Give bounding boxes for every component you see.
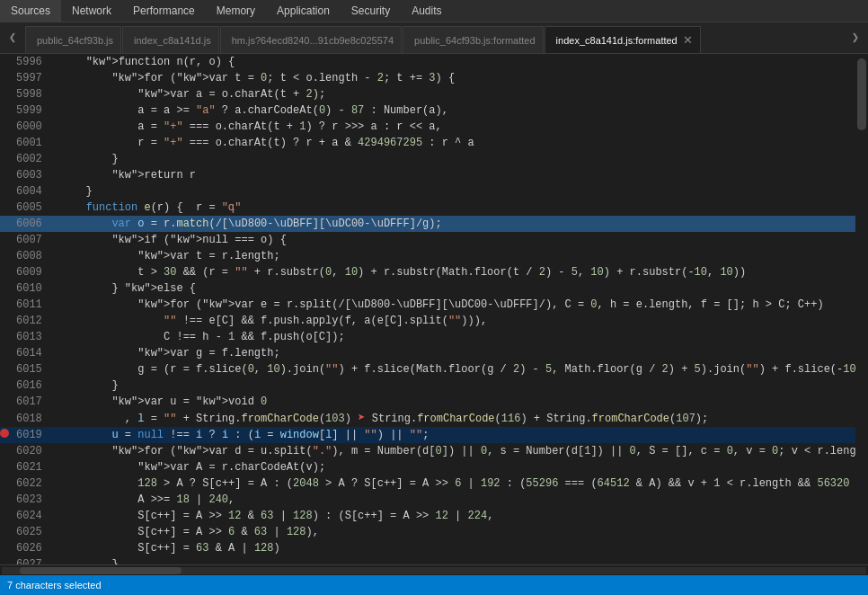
breakpoint-column[interactable] xyxy=(0,86,9,102)
vertical-scrollbar[interactable] xyxy=(855,54,868,564)
line-content[interactable]: function e(r) { r = "գ" xyxy=(53,200,855,216)
line-content[interactable]: "kw">return r xyxy=(53,167,855,183)
line-content[interactable]: 128 > A ? S[c++] = A : (2048 > A ? S[c++… xyxy=(53,475,855,492)
breakpoint-column[interactable] xyxy=(0,70,9,86)
line-number: 6005 xyxy=(9,200,53,216)
line-content[interactable]: r = "+" === o.charAt(t) ? r + a & 429496… xyxy=(53,135,855,151)
line-content[interactable]: S[c++] = 63 & A | 128) xyxy=(53,540,855,556)
breakpoint-column[interactable] xyxy=(0,119,9,135)
line-content[interactable]: } "kw">else { xyxy=(53,280,855,297)
line-content[interactable]: "kw">var g = f.length; xyxy=(53,345,855,361)
scrollbar-thumb[interactable] xyxy=(857,58,866,130)
line-content[interactable]: var o = r.match(/[\uD800-\uDBFF][\uDC00-… xyxy=(53,216,855,232)
tab-label: index_c8a141d.js:formatted xyxy=(556,35,678,46)
line-content[interactable]: t > 30 && (r = "" + r.substr(0, 10) + r.… xyxy=(53,264,855,280)
tab-overflow-button[interactable]: ❯ xyxy=(843,22,868,53)
breakpoint-column[interactable] xyxy=(0,54,9,70)
menu-audits[interactable]: Audits xyxy=(401,0,452,22)
breakpoint-column[interactable] xyxy=(0,394,9,410)
line-number: 6001 xyxy=(9,135,53,151)
breakpoint-column[interactable] xyxy=(0,167,9,183)
breakpoint-column[interactable] xyxy=(0,232,9,248)
breakpoint-column[interactable] xyxy=(0,313,9,329)
line-content[interactable]: "kw">function n(r, o) { xyxy=(53,54,855,70)
breakpoint-column[interactable] xyxy=(0,264,9,280)
breakpoint-column[interactable] xyxy=(0,475,9,492)
line-content[interactable]: } xyxy=(53,556,855,564)
tab-close-icon[interactable]: ✕ xyxy=(683,34,693,46)
line-content[interactable]: "kw">if ("kw">null === o) { xyxy=(53,232,855,248)
line-number: 5996 xyxy=(9,54,53,70)
tab-public-64cf93b[interactable]: public_64cf93b.js xyxy=(25,26,121,53)
table-row: 6023 A >>= 18 | 240, xyxy=(0,492,855,508)
tab-public-formatted[interactable]: public_64cf93b.js:formatted xyxy=(403,26,544,53)
line-content[interactable]: S[c++] = A >> 12 & 63 | 128) : (S[c++] =… xyxy=(53,508,855,524)
menu-application[interactable]: Application xyxy=(266,0,341,22)
table-row: 5999 a = a >= "a" ? a.charCodeAt(0) - 87… xyxy=(0,102,855,119)
breakpoint-column[interactable] xyxy=(0,361,9,377)
breakpoint-column[interactable] xyxy=(0,410,9,427)
menu-memory[interactable]: Memory xyxy=(206,0,266,22)
line-content[interactable]: C !== h - 1 && f.push(o[C]); xyxy=(53,329,855,345)
breakpoint-column[interactable] xyxy=(0,508,9,524)
code-editor[interactable]: 5996 "kw">function n(r, o) {5997 "kw">fo… xyxy=(0,54,855,564)
breakpoint-column[interactable] xyxy=(0,297,9,313)
tab-index-formatted[interactable]: index_c8a141d.js:formatted ✕ xyxy=(545,26,701,53)
menu-network[interactable]: Network xyxy=(61,0,122,22)
breakpoint-column[interactable] xyxy=(0,200,9,216)
breakpoint-column[interactable] xyxy=(0,216,9,232)
tab-nav-left[interactable]: ❮ xyxy=(0,22,25,53)
breakpoint-column[interactable] xyxy=(0,151,9,167)
table-row: 6009 t > 30 && (r = "" + r.substr(0, 10)… xyxy=(0,264,855,280)
breakpoint-column[interactable] xyxy=(0,329,9,345)
line-content[interactable]: "kw">for ("kw">var t = 0; t < o.length -… xyxy=(53,70,855,86)
breakpoint-column[interactable] xyxy=(0,183,9,200)
breakpoint-column[interactable] xyxy=(0,248,9,264)
breakpoint-column[interactable] xyxy=(0,459,9,475)
line-content[interactable]: A >>= 18 | 240, xyxy=(53,492,855,508)
menu-performance[interactable]: Performance xyxy=(122,0,206,22)
breakpoint-column[interactable] xyxy=(0,443,9,459)
tab-index-c8a141d[interactable]: index_c8a141d.js xyxy=(122,26,219,53)
breakpoint-column[interactable] xyxy=(0,377,9,394)
breakpoint-column[interactable] xyxy=(0,556,9,564)
line-content[interactable]: a = a >= "a" ? a.charCodeAt(0) - 87 : Nu… xyxy=(53,102,855,119)
menu-sources[interactable]: Sources xyxy=(0,0,61,22)
breakpoint-column[interactable] xyxy=(0,524,9,540)
menu-security[interactable]: Security xyxy=(341,0,401,22)
tab-hm-js[interactable]: hm.js?64ecd8240...91cb9e8c025574 xyxy=(220,26,402,53)
line-content[interactable]: "kw">for ("kw">var e = r.split(/[\uD800-… xyxy=(53,297,855,313)
breakpoint-column[interactable] xyxy=(0,102,9,119)
tab-label: index_c8a141d.js xyxy=(134,35,211,46)
line-content[interactable]: } xyxy=(53,183,855,200)
line-number: 6023 xyxy=(9,492,53,508)
tab-label: public_64cf93b.js:formatted xyxy=(414,35,536,46)
line-number: 6012 xyxy=(9,313,53,329)
breakpoint-column[interactable] xyxy=(0,345,9,361)
line-content[interactable]: "kw">var a = o.charAt(t + 2); xyxy=(53,86,855,102)
breakpoint-column[interactable] xyxy=(0,492,9,508)
line-number: 6027 xyxy=(9,556,53,564)
line-number: 6018 xyxy=(9,410,53,427)
line-content[interactable]: "kw">var t = r.length; xyxy=(53,248,855,264)
table-row: 6021 "kw">var A = r.charCodeAt(v); xyxy=(0,459,855,475)
line-content[interactable]: u = null !== i ? i : (i = window[l] || "… xyxy=(53,427,855,443)
line-content[interactable]: g = (r = f.slice(0, 10).join("") + f.sli… xyxy=(53,361,855,377)
scrollbar-track[interactable] xyxy=(2,567,866,574)
breakpoint-column[interactable] xyxy=(0,540,9,556)
horizontal-scrollbar[interactable] xyxy=(0,564,868,575)
line-content[interactable]: , l = "" + String.fromCharCode(103) ➤ St… xyxy=(53,410,855,427)
line-content[interactable]: } xyxy=(53,151,855,167)
line-content[interactable]: "kw">for ("kw">var d = u.split("."), m =… xyxy=(53,443,855,459)
line-content[interactable]: "" !== e[C] && f.push.apply(f, a(e[C].sp… xyxy=(53,313,855,329)
line-content[interactable]: "kw">var A = r.charCodeAt(v); xyxy=(53,459,855,475)
scrollbar-thumb[interactable] xyxy=(20,567,182,574)
breakpoint-column[interactable] xyxy=(0,135,9,151)
breakpoint-column[interactable] xyxy=(0,280,9,297)
line-content[interactable]: S[c++] = A >> 6 & 63 | 128), xyxy=(53,524,855,540)
status-bar: 7 characters selected xyxy=(0,575,868,595)
line-content[interactable]: "kw">var u = "kw">void 0 xyxy=(53,394,855,410)
line-content[interactable]: a = "+" === o.charAt(t + 1) ? r >>> a : … xyxy=(53,119,855,135)
menu-bar: Sources Network Performance Memory Appli… xyxy=(0,0,868,22)
line-content[interactable]: } xyxy=(53,377,855,394)
